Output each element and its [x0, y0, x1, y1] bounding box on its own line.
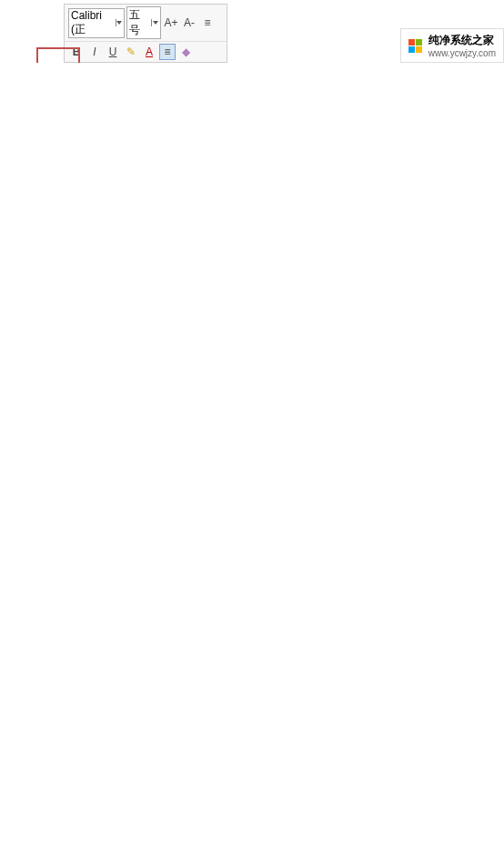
underline-icon[interactable]: U — [105, 44, 121, 60]
chevron-down-icon[interactable] — [151, 19, 158, 26]
italic-icon[interactable]: I — [86, 44, 103, 60]
font-size-box[interactable]: 五号 — [126, 6, 161, 39]
bold-icon[interactable]: B — [68, 44, 85, 60]
mini-toolbar: Calibri (正 五号 A+ A- ≡ B I U ✎ A ≡ ◆ — [64, 4, 227, 63]
highlight-icon[interactable]: ✎ — [123, 44, 139, 60]
shrink-font-icon[interactable]: A- — [181, 15, 197, 31]
line-spacing-icon[interactable]: ≡ — [199, 15, 216, 31]
font-color-icon[interactable]: A — [141, 44, 157, 60]
windows-logo-icon — [408, 38, 423, 53]
grow-font-icon[interactable]: A+ — [163, 15, 179, 31]
eraser-icon[interactable]: ◆ — [177, 44, 194, 60]
align-icon[interactable]: ≡ — [159, 44, 176, 60]
watermark: 纯净系统之家www.ycwjzy.com — [400, 28, 504, 63]
font-name-box[interactable]: Calibri (正 — [68, 8, 125, 38]
chevron-down-icon[interactable] — [116, 19, 122, 26]
